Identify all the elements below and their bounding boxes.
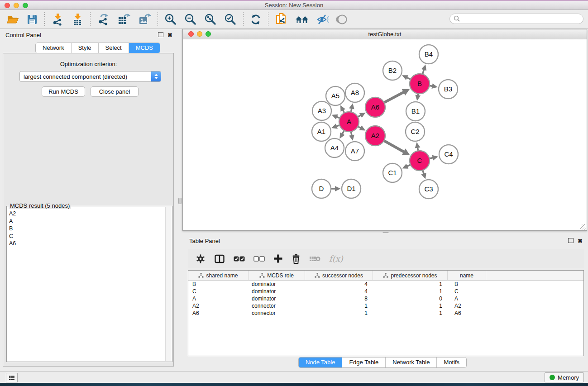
vertical-splitter-handle[interactable] [178,198,182,204]
zoom-selected-button[interactable] [223,12,238,27]
graph-node-label: B1 [411,107,420,115]
control-panel-close-icon[interactable]: ✖ [167,32,172,38]
first-neighbors-button[interactable] [294,12,310,27]
refresh-button[interactable] [249,12,263,27]
column-header-shared-name[interactable]: shared name [188,271,249,280]
graph-node-label: C4 [444,150,453,158]
table-row[interactable]: Cdominator41C [188,288,583,295]
zoom-in-button[interactable] [163,12,178,27]
resize-grip-icon[interactable] [580,224,586,230]
run-mcds-button[interactable]: Run MCDS [42,86,85,97]
network-window-titlebar[interactable]: testGlobe.txt [183,29,587,40]
mcds-result-box: MCDS result (5 nodes) A2ABCA6 [6,206,172,362]
add-column-button[interactable] [273,254,283,263]
table-row[interactable]: Adominator80A [188,295,583,302]
save-session-button[interactable] [25,12,39,27]
criterion-select[interactable]: largest connected component (directed) [19,71,161,82]
import-network-button[interactable] [50,12,65,27]
function-builder-button[interactable]: f(x) [329,254,343,263]
result-scrollbar[interactable] [165,207,172,361]
graph-node-label: A [347,118,351,125]
select-all-columns-button[interactable] [234,256,245,262]
export-table-icon [117,13,130,26]
table-cell: connector [249,310,305,316]
table-row[interactable]: Bdominator41B [188,281,583,288]
desktop-background [0,383,588,386]
zoom-out-icon [184,13,197,26]
zoom-fit-button[interactable] [203,12,218,27]
mcds-result-item[interactable]: B [9,225,166,233]
table-panel-float-icon[interactable] [568,238,574,244]
column-header-name[interactable]: name [448,271,486,280]
hide-details-button[interactable] [316,12,330,27]
graph-edge-arrow-icon [431,83,437,89]
export-image-icon [138,13,151,26]
task-history-button[interactable] [6,373,18,382]
import-table-icon [71,13,84,26]
mcds-result-list[interactable]: A2ABCA6 [7,209,166,361]
close-panel-button[interactable]: Close panel [91,86,139,97]
graph-node-label: A5 [331,92,339,100]
checked-boxes-icon [234,256,245,262]
graph-edge-A6-B[interactable] [383,92,404,103]
table-row[interactable]: A2connector11A2 [188,302,583,310]
delete-table-button[interactable] [309,255,320,262]
eye-icon [336,14,348,25]
column-header-mcds-role[interactable]: MCDS role [249,271,305,280]
tab-select[interactable]: Select [99,43,129,53]
memory-button[interactable]: Memory [545,372,584,382]
control-panel-float-icon[interactable] [158,32,163,38]
graph-edge-arrow-icon [432,155,439,161]
export-network-button[interactable] [96,12,110,27]
search-input[interactable] [449,14,583,24]
graph-node-label: B3 [444,85,452,93]
graph-edge-A2-C[interactable] [383,140,404,152]
table-cell: 1 [373,303,448,309]
open-session-button[interactable] [5,12,20,27]
homes-icon [295,14,309,25]
table-split-view-button[interactable] [214,254,225,264]
column-header-filler [486,271,583,280]
column-type-icon [198,273,204,278]
window-title: Session: New Session [0,2,588,9]
tab-style[interactable]: Style [72,43,99,53]
list-icon [9,375,14,381]
show-details-button[interactable] [335,12,349,27]
column-type-icon [259,273,265,278]
mcds-result-item[interactable]: A2 [9,210,166,218]
tab-motifs[interactable]: Motifs [437,357,466,367]
table-panel-close-icon[interactable]: ✖ [578,238,583,244]
export-image-button[interactable] [137,12,152,27]
table-cell: A6 [448,310,486,316]
network-graph-svg: B4B2BB3A5A8A6A3B1AC2A1A2A4A7C4CC1C3DD1 [183,39,587,230]
tab-mcds[interactable]: MCDS [129,43,160,53]
delete-column-button[interactable] [292,254,301,264]
table-cell: 1 [373,281,448,287]
graph-node-label: B4 [425,50,433,58]
table-settings-button[interactable] [196,254,206,264]
column-header-predecessor-nodes[interactable]: predecessor nodes [373,271,448,280]
tab-network-table[interactable]: Network Table [386,357,437,367]
status-bar: Memory [0,371,588,383]
tab-network[interactable]: Network [36,43,72,53]
tab-edge-table[interactable]: Edge Table [342,357,386,367]
zoom-out-button[interactable] [183,12,198,27]
zoom-fit-icon [204,13,217,26]
deselect-all-columns-button[interactable] [253,256,265,262]
import-table-button[interactable] [70,12,85,27]
titlebar: Session: New Session [0,0,588,10]
tab-node-table[interactable]: Node Table [299,357,343,367]
table-row[interactable]: A6connector11A6 [188,310,583,317]
mcds-result-item[interactable]: C [9,233,166,240]
export-table-button[interactable] [116,12,131,27]
mcds-result-item[interactable]: A6 [9,240,166,248]
graph-node-label: C1 [388,169,397,176]
column-header-successor-nodes[interactable]: successor nodes [305,271,373,280]
control-panel: Control Panel ✖ Network Style Select MCD… [0,29,177,371]
toolbar-separator [44,12,45,27]
graph-node-label: C3 [424,185,433,193]
clone-network-button[interactable] [274,12,288,27]
node-table-header: shared name MCDS role successor nodes pr… [188,271,583,281]
network-canvas[interactable]: B4B2BB3A5A8A6A3B1AC2A1A2A4A7C4CC1C3DD1 [183,39,587,230]
mcds-result-item[interactable]: A [9,218,166,225]
